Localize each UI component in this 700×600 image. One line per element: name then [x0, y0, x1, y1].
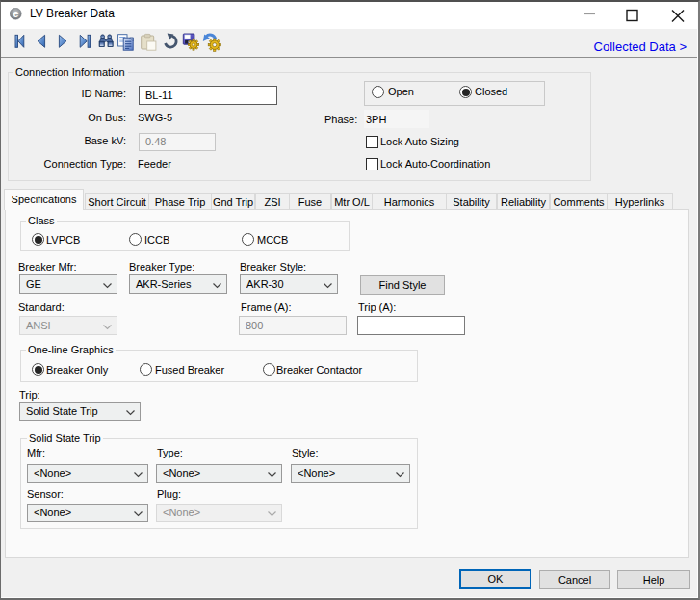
svg-text:e: e [13, 8, 18, 19]
